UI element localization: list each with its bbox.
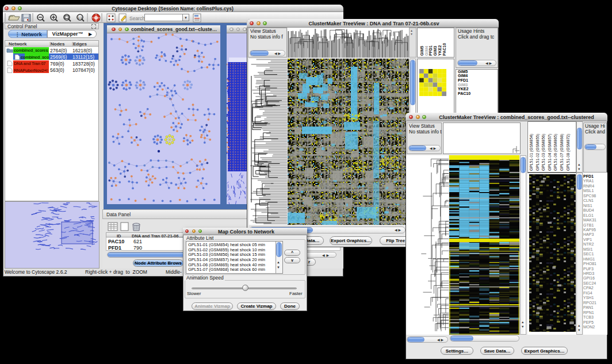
svg-text:1:1: 1:1: [78, 16, 82, 20]
